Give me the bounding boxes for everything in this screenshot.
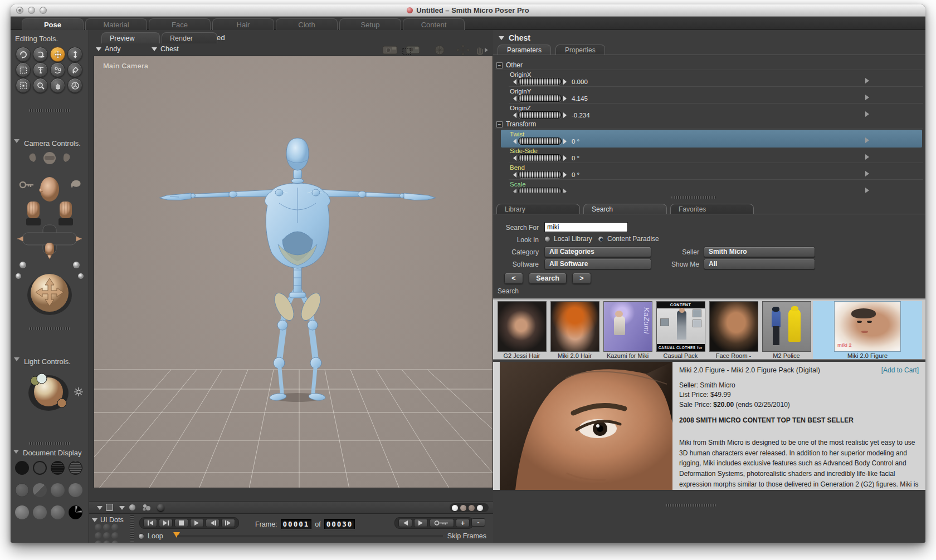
shadow-dropdown-icon[interactable] <box>119 506 125 510</box>
tab-content[interactable]: Content <box>403 18 465 30</box>
search-button[interactable]: Search <box>529 273 567 284</box>
tab-setup[interactable]: Setup <box>339 18 401 30</box>
camera-controls-cluster[interactable] <box>14 149 85 316</box>
display-style-wireframe[interactable] <box>51 461 65 475</box>
next-page-button[interactable]: > <box>572 273 591 284</box>
tab-favorites[interactable]: Favorites <box>670 204 754 214</box>
display-style-silhouette[interactable] <box>15 461 29 475</box>
tracking-dot-box[interactable] <box>460 505 466 511</box>
figure-selector[interactable]: Andy <box>96 45 121 53</box>
result-face-room[interactable]: Face Room - <box>707 301 760 359</box>
parameters-actor-selector[interactable]: Chest <box>499 33 530 42</box>
param-label[interactable]: OriginX <box>510 71 531 78</box>
param-menu-arrow[interactable] <box>865 95 869 100</box>
radio-content-paradise[interactable]: Content Paradise <box>598 235 659 243</box>
tracking-dot-lit[interactable] <box>477 505 483 511</box>
sidebar-divider-handle[interactable] <box>29 327 70 330</box>
current-frame-counter[interactable]: 00001 <box>281 519 312 529</box>
edit-keyframes-button[interactable] <box>430 519 454 527</box>
actor-selector[interactable]: Chest <box>152 45 179 53</box>
loop-radio[interactable] <box>138 533 144 539</box>
collapse-icon[interactable]: − <box>496 121 503 127</box>
stop-button[interactable] <box>174 519 188 527</box>
dial-right-arrow[interactable] <box>563 79 567 85</box>
scale-tool-button[interactable] <box>16 62 31 77</box>
camera2-icon[interactable] <box>403 46 420 55</box>
tab-library[interactable]: Library <box>496 204 580 214</box>
dial-wheel[interactable] <box>518 78 562 85</box>
document-display-collapse-icon[interactable] <box>13 450 19 454</box>
result-miki-figure-selected[interactable]: miki 2 Miki 2.0 Figure <box>813 301 922 359</box>
software-dropdown[interactable]: All Software <box>544 259 651 269</box>
delete-keyframe-button[interactable]: - <box>471 518 485 527</box>
loop-toggle[interactable]: Loop <box>138 532 163 540</box>
move-cross-icon[interactable] <box>456 45 470 56</box>
param-label-side-side[interactable]: Side-Side <box>510 148 538 154</box>
tracking-dots[interactable] <box>450 503 489 512</box>
translate-tool-button[interactable] <box>50 47 65 62</box>
result-g2-jessi-hair[interactable]: G2 Jessi Hair <box>495 301 548 359</box>
view-orbit-tool-button[interactable] <box>67 78 82 93</box>
display-style-lit-wireframe[interactable] <box>15 483 29 497</box>
morph-tool-button[interactable] <box>50 62 65 77</box>
tab-cloth[interactable]: Cloth <box>276 18 338 30</box>
param-menu-arrow[interactable] <box>865 111 869 117</box>
param-dial-scale[interactable] <box>513 188 572 193</box>
tab-parameters[interactable]: Parameters <box>498 45 551 55</box>
tab-render[interactable]: Render <box>162 32 217 43</box>
prev-page-button[interactable]: < <box>504 273 523 284</box>
sidebar-divider-handle[interactable] <box>29 109 70 112</box>
magnify-tool-button[interactable] <box>33 78 48 93</box>
show-me-dropdown[interactable]: All <box>704 259 815 269</box>
tab-search[interactable]: Search <box>583 204 667 214</box>
background-swatch[interactable] <box>106 504 113 511</box>
prev-frame-button[interactable] <box>206 519 220 527</box>
param-dial-bend[interactable]: 0 ° <box>513 171 579 178</box>
param-label[interactable]: OriginY <box>510 88 531 95</box>
param-dial-originz[interactable]: -0.234 <box>513 111 590 119</box>
dial-left-arrow[interactable] <box>513 79 516 85</box>
tab-properties[interactable]: Properties <box>555 45 605 55</box>
collapse-icon[interactable]: − <box>496 62 503 68</box>
param-dial-originy[interactable]: 4.145 <box>513 95 588 102</box>
result-kazumi-for-miki[interactable]: KaZumi Kazumi for Miki <box>601 301 654 359</box>
category-dropdown[interactable]: All Categories <box>544 247 651 257</box>
display-style-hidden-line[interactable] <box>69 461 82 475</box>
hand-icon[interactable] <box>477 48 482 55</box>
display-style-shaded-wire[interactable] <box>51 483 65 497</box>
dark-sphere-icon[interactable] <box>157 504 164 511</box>
next-key-button[interactable] <box>414 519 428 527</box>
light-controls-collapse-icon[interactable] <box>14 357 20 361</box>
seller-dropdown[interactable]: Smith Micro <box>704 247 815 257</box>
add-to-cart-link[interactable]: [Add to Cart] <box>881 366 919 374</box>
light-controls-cluster[interactable] <box>11 371 89 421</box>
translate-inout-tool-button[interactable] <box>67 47 82 62</box>
last-frame-button[interactable] <box>159 519 173 527</box>
tab-pose[interactable]: Pose <box>22 18 84 30</box>
tab-material[interactable]: Material <box>85 18 147 30</box>
tab-preview[interactable]: Preview <box>101 32 160 43</box>
ui-dots-header[interactable]: UI Dots <box>92 516 124 524</box>
camera-controls-collapse-icon[interactable] <box>14 139 20 143</box>
first-frame-button[interactable] <box>143 519 157 527</box>
group-other[interactable]: − Other <box>496 61 523 69</box>
group-select-tool-button[interactable] <box>16 78 31 93</box>
radio-local-library[interactable]: Local Library <box>544 235 592 243</box>
result-m2-police[interactable]: M2 Police <box>760 301 813 359</box>
display-style-cartoon[interactable] <box>33 505 47 519</box>
search-input[interactable] <box>544 222 628 232</box>
timeline-track[interactable] <box>177 536 443 537</box>
play-button[interactable] <box>190 519 204 527</box>
total-frames-counter[interactable]: 00030 <box>324 519 355 529</box>
prev-key-button[interactable] <box>398 519 412 527</box>
param-dial-originx[interactable]: 0.000 <box>513 78 588 85</box>
rotate-tool-button[interactable] <box>16 47 31 62</box>
next-frame-button[interactable] <box>221 519 235 527</box>
display-style-smooth-lined[interactable] <box>15 505 29 519</box>
ui-dots-grid[interactable] <box>95 524 121 543</box>
display-style-sketch[interactable] <box>69 505 82 519</box>
sphere-icon[interactable] <box>435 46 444 55</box>
display-style-smooth-shaded[interactable] <box>69 483 82 497</box>
param-menu-arrow[interactable] <box>865 171 869 176</box>
param-menu-arrow[interactable] <box>865 137 869 143</box>
